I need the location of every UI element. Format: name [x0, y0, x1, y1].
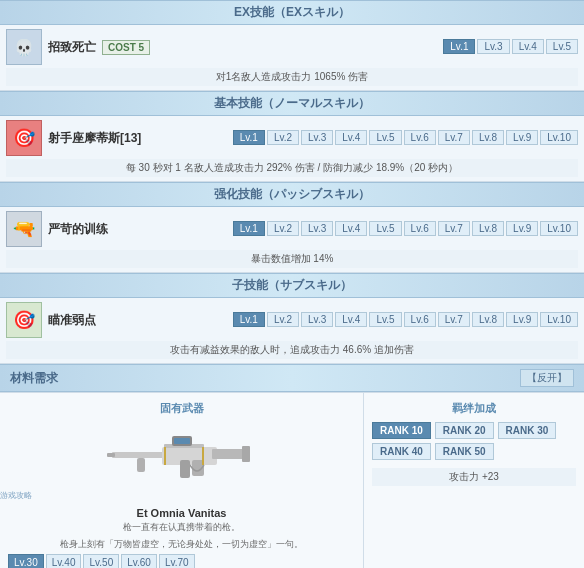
weapon-name: Et Omnia Vanitas [8, 507, 355, 519]
rank-badge[interactable]: RANK 30 [498, 422, 557, 439]
passive-level-tab[interactable]: Lv.4 [335, 221, 367, 236]
svg-rect-12 [202, 447, 204, 465]
sub-level-tab[interactable]: Lv.5 [369, 312, 401, 327]
normal-level-tab[interactable]: Lv.3 [301, 130, 333, 145]
normal-level-tab[interactable]: Lv.9 [506, 130, 538, 145]
rank-panel-title: 羁绊加成 [372, 401, 576, 416]
sub-skill-header: 子技能（サブスキル） [0, 273, 584, 298]
passive-level-tab[interactable]: Lv.7 [438, 221, 470, 236]
sub-level-tab[interactable]: Lv.3 [301, 312, 333, 327]
ex-skill-header: EX技能（EXスキル） [0, 0, 584, 25]
sub-level-tab[interactable]: Lv.8 [472, 312, 504, 327]
collapse-button[interactable]: 【反开】 [520, 369, 574, 387]
sub-skill-levels: Lv.1Lv.2Lv.3Lv.4Lv.5Lv.6Lv.7Lv.8Lv.9Lv.1… [233, 312, 578, 327]
passive-level-tab[interactable]: Lv.10 [540, 221, 578, 236]
ex-skill-cost: COST 5 [102, 40, 150, 55]
materials-title: 材料需求 [10, 370, 58, 387]
passive-level-tab[interactable]: Lv.5 [369, 221, 401, 236]
sub-level-tab[interactable]: Lv.6 [404, 312, 436, 327]
rank-stat: 攻击力 +23 [372, 468, 576, 486]
normal-level-tab[interactable]: Lv.7 [438, 130, 470, 145]
sub-level-tab[interactable]: Lv.4 [335, 312, 367, 327]
weapon-panel: 固有武器 [0, 393, 364, 568]
rank-badge[interactable]: RANK 40 [372, 443, 431, 460]
svg-rect-11 [164, 447, 166, 465]
sub-level-tab[interactable]: Lv.9 [506, 312, 538, 327]
weapon-flavor2: 枪身上刻有「万物皆虚空，无论身处处，一切为虚空」一句。 [8, 538, 355, 551]
sub-level-tab[interactable]: Lv.7 [438, 312, 470, 327]
ex-skill-levels: Lv.1Lv.3Lv.4Lv.5 [443, 39, 578, 54]
normal-skill-icon: 🎯 [6, 120, 42, 156]
passive-level-tab[interactable]: Lv.9 [506, 221, 538, 236]
ex-skill-name: 招致死亡 [48, 39, 96, 56]
rank-badge[interactable]: RANK 50 [435, 443, 494, 460]
materials-section: 材料需求 【反开】 固有武器 [0, 364, 584, 568]
passive-skill-icon: 🔫 [6, 211, 42, 247]
ex-skill-section: EX技能（EXスキル） 💀 招致死亡 COST 5 Lv.1Lv.3Lv.4Lv… [0, 0, 584, 91]
weapon-level-tabs: Lv.30Lv.40Lv.50Lv.60Lv.70 [8, 554, 355, 568]
normal-level-tab[interactable]: Lv.1 [233, 130, 265, 145]
svg-rect-2 [212, 449, 247, 459]
ex-level-tab[interactable]: Lv.1 [443, 39, 475, 54]
passive-skill-header: 强化技能（パッシブスキル） [0, 182, 584, 207]
passive-level-tab[interactable]: Lv.3 [301, 221, 333, 236]
passive-level-tab[interactable]: Lv.6 [404, 221, 436, 236]
normal-level-tab[interactable]: Lv.2 [267, 130, 299, 145]
ex-skill-row: 💀 招致死亡 COST 5 Lv.1Lv.3Lv.4Lv.5 对1名敌人造成攻击… [0, 25, 584, 91]
normal-level-tab[interactable]: Lv.4 [335, 130, 367, 145]
rank-grid: RANK 10RANK 20RANK 30RANK 40RANK 50 [372, 422, 576, 460]
sub-skill-section: 子技能（サブスキル） 🎯 瞄准弱点 Lv.1Lv.2Lv.3Lv.4Lv.5Lv… [0, 273, 584, 364]
materials-header: 材料需求 【反开】 [0, 364, 584, 392]
normal-skill-name: 射手座摩蒂斯[13] [48, 130, 141, 147]
sub-level-tab[interactable]: Lv.10 [540, 312, 578, 327]
svg-rect-3 [242, 446, 250, 462]
passive-skill-row: 🔫 严苛的训练 Lv.1Lv.2Lv.3Lv.4Lv.5Lv.6Lv.7Lv.8… [0, 207, 584, 273]
materials-body: 固有武器 [0, 392, 584, 568]
sub-skill-icon: 🎯 [6, 302, 42, 338]
ex-level-tab[interactable]: Lv.5 [546, 39, 578, 54]
passive-skill-section: 强化技能（パッシブスキル） 🔫 严苛的训练 Lv.1Lv.2Lv.3Lv.4Lv… [0, 182, 584, 273]
passive-level-tab[interactable]: Lv.8 [472, 221, 504, 236]
weapon-level-tab[interactable]: Lv.30 [8, 554, 44, 568]
passive-skill-desc: 暴击数值增加 14% [6, 250, 578, 268]
normal-level-tab[interactable]: Lv.6 [404, 130, 436, 145]
weapon-level-tab[interactable]: Lv.70 [159, 554, 195, 568]
sub-skill-row: 🎯 瞄准弱点 Lv.1Lv.2Lv.3Lv.4Lv.5Lv.6Lv.7Lv.8L… [0, 298, 584, 364]
rank-panel: 羁绊加成 RANK 10RANK 20RANK 30RANK 40RANK 50… [364, 393, 584, 568]
ex-skill-icon: 💀 [6, 29, 42, 65]
normal-skill-row: 🎯 射手座摩蒂斯[13] Lv.1Lv.2Lv.3Lv.4Lv.5Lv.6Lv.… [0, 116, 584, 182]
sub-skill-name: 瞄准弱点 [48, 312, 96, 329]
weapon-level-tab[interactable]: Lv.50 [83, 554, 119, 568]
weapon-level-tab[interactable]: Lv.60 [121, 554, 157, 568]
weapon-image [102, 422, 262, 492]
sub-skill-desc: 攻击有减益效果的敌人时，追成攻击力 46.6% 追加伤害 [6, 341, 578, 359]
watermark: 萌・游戏攻略 [0, 490, 182, 501]
svg-rect-10 [107, 453, 115, 457]
normal-skill-section: 基本技能（ノーマルスキル） 🎯 射手座摩蒂斯[13] Lv.1Lv.2Lv.3L… [0, 91, 584, 182]
normal-level-tab[interactable]: Lv.10 [540, 130, 578, 145]
rank-badge[interactable]: RANK 20 [435, 422, 494, 439]
svg-rect-8 [174, 438, 190, 444]
svg-rect-5 [137, 458, 145, 472]
weapon-level-tab[interactable]: Lv.40 [46, 554, 82, 568]
normal-skill-header: 基本技能（ノーマルスキル） [0, 91, 584, 116]
sub-level-tab[interactable]: Lv.2 [267, 312, 299, 327]
ex-level-tab[interactable]: Lv.4 [512, 39, 544, 54]
svg-rect-9 [180, 460, 190, 478]
normal-skill-levels: Lv.1Lv.2Lv.3Lv.4Lv.5Lv.6Lv.7Lv.8Lv.9Lv.1… [233, 130, 578, 145]
rank-badge[interactable]: RANK 10 [372, 422, 431, 439]
normal-level-tab[interactable]: Lv.5 [369, 130, 401, 145]
normal-skill-desc: 每 30 秒对 1 名敌人造成攻击力 292% 伤害 / 防御力减少 18.9%… [6, 159, 578, 177]
sub-level-tab[interactable]: Lv.1 [233, 312, 265, 327]
normal-level-tab[interactable]: Lv.8 [472, 130, 504, 145]
weapon-panel-title: 固有武器 [8, 401, 355, 416]
passive-skill-levels: Lv.1Lv.2Lv.3Lv.4Lv.5Lv.6Lv.7Lv.8Lv.9Lv.1… [233, 221, 578, 236]
ex-level-tab[interactable]: Lv.3 [477, 39, 509, 54]
ex-skill-desc: 对1名敌人造成攻击力 1065% 伤害 [6, 68, 578, 86]
passive-level-tab[interactable]: Lv.1 [233, 221, 265, 236]
weapon-image-area: 萌・游戏攻略 [8, 422, 355, 501]
passive-level-tab[interactable]: Lv.2 [267, 221, 299, 236]
passive-skill-name: 严苛的训练 [48, 221, 108, 238]
weapon-flavor1: 枪一直有在认真携带着的枪。 [8, 521, 355, 534]
